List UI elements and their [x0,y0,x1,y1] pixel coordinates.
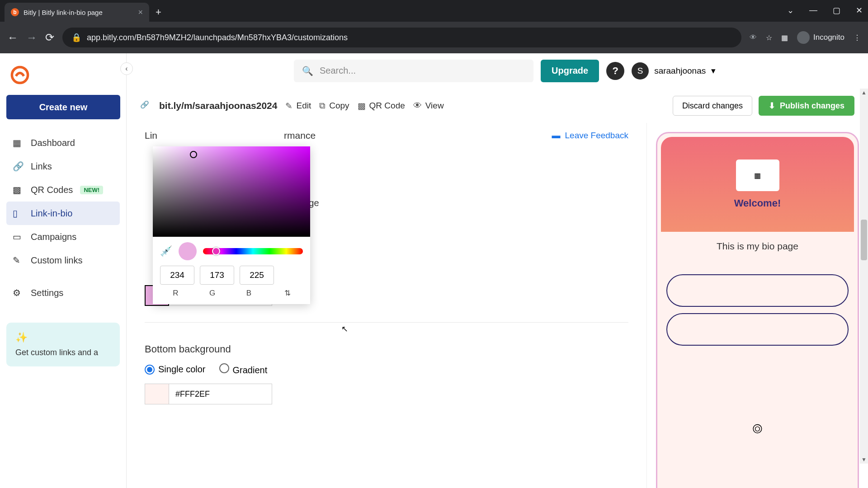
qr-icon: ▩ [358,101,366,111]
saturation-area[interactable] [153,146,310,237]
sidebar-item-customlinks[interactable]: ✎ Custom links [6,249,120,272]
preview-welcome: Welcome! [734,197,781,209]
b-input[interactable] [240,266,274,285]
help-button[interactable]: ? [606,62,624,80]
sidebar-item-dashboard[interactable]: ▦ Dashboard [6,131,120,155]
maximize-icon[interactable]: ▢ [833,5,840,15]
preview-link-pill [666,274,849,307]
preview-card: ▦ Welcome! This is my bio page ⌾ [656,132,859,488]
scroll-down-icon[interactable]: ▼ [861,456,867,463]
chevron-down-icon: ▾ [711,66,716,76]
qr-link-button[interactable]: ▩QR Code [358,101,405,111]
discard-button[interactable]: Discard changes [673,96,752,116]
publish-button[interactable]: ⬇ Publish changes [759,96,854,116]
sidebar-item-links[interactable]: 🔗 Links [6,155,120,178]
address-bar[interactable]: 🔒 app.bitly.com/Bn587h9MZH2/launchpads/M… [62,28,741,47]
mouse-cursor: ↖ [341,324,348,334]
forward-button: → [26,31,37,44]
current-color-swatch [179,242,197,260]
sidebar-item-campaigns[interactable]: ▭ Campaigns [6,225,120,249]
g-label: G [197,289,228,298]
bookmark-star-icon[interactable]: ☆ [766,33,772,42]
bottom-bg-title: Bottom background [145,343,628,355]
customlinks-icon: ✎ [13,255,24,266]
preview-pane: ▦ Welcome! This is my bio page ⌾ [646,123,868,488]
upgrade-button[interactable]: Upgrade [541,60,599,82]
search-input[interactable]: 🔍 Search... [294,60,533,82]
preview-hero-image: ▦ [736,160,779,191]
incognito-badge: Incognito [797,31,844,44]
browser-tab[interactable]: b Bitly | Bitly link-in-bio page × [5,3,149,22]
scrollbar[interactable]: ▲ ▼ [860,89,868,464]
copy-link-button[interactable]: ⧉Copy [319,101,349,111]
copy-icon: ⧉ [319,101,326,111]
eyedropper-icon[interactable]: 💉 [160,245,172,257]
sidebar-item-settings[interactable]: ⚙ Settings [6,281,120,305]
new-tab-button[interactable]: + [156,6,161,18]
image-label: Image [294,198,628,208]
campaigns-icon: ▭ [13,231,24,242]
close-tab-icon[interactable]: × [138,8,143,17]
sidebar: Create new ▦ Dashboard 🔗 Links ▩ QR Code… [0,53,127,488]
radio-single-color[interactable]: Single color [145,364,206,375]
bitly-logo[interactable] [10,65,30,85]
r-input[interactable] [160,266,194,285]
create-new-button[interactable]: Create new [6,95,120,119]
reload-button[interactable]: ⟳ [45,31,54,44]
scroll-up-icon[interactable]: ▲ [861,89,867,96]
color-mode-toggle[interactable]: ⇅ [272,288,303,298]
eye-icon: 👁 [413,101,422,111]
leave-feedback-button[interactable]: ▬ Leave Feedback [552,131,629,141]
lock-icon: 🔒 [71,33,81,42]
chevrons-down-icon[interactable]: ⌄ [787,5,794,15]
edit-link-button[interactable]: ✎Edit [285,101,311,111]
download-icon: ⬇ [769,101,775,111]
chat-icon: ▬ [552,131,561,141]
sparkle-icon: ✨ [15,332,111,343]
divider [145,322,628,323]
tab-performance[interactable]: rmance [284,130,316,141]
sidebar-item-linkinbio[interactable]: ▯ Link-in-bio [6,202,120,225]
avatar: S [632,62,649,80]
bio-icon: ▯ [13,208,24,219]
qr-icon: ▩ [13,184,24,195]
sidebar-item-qrcodes[interactable]: ▩ QR Codes NEW! [6,178,120,202]
promo-card: ✨ Get custom links and a [6,323,120,366]
extensions-icon[interactable]: ▦ [781,33,788,42]
tab-links[interactable]: Lin [145,130,157,141]
radio-gradient[interactable]: Gradient [219,363,268,375]
dashboard-icon: ▦ [13,137,24,148]
back-button[interactable]: ← [7,31,18,44]
incognito-icon [797,31,810,44]
bottom-hex-input[interactable] [169,384,272,404]
g-input[interactable] [200,266,234,285]
user-menu[interactable]: S saraahjoonas ▾ [632,62,716,80]
gear-icon: ⚙ [13,287,24,298]
bottom-color-swatch[interactable] [145,384,169,404]
preview-bio-text: This is my bio page [657,241,858,252]
eye-off-icon[interactable]: 👁 [750,33,757,42]
new-badge: NEW! [80,186,103,194]
url-text: app.bitly.com/Bn587h9MZH2/launchpads/Mn5… [87,33,348,42]
favicon-icon: b [11,8,19,16]
preview-link-pill [666,313,849,346]
view-link-button[interactable]: 👁View [413,101,444,111]
minimize-icon[interactable]: — [809,5,817,15]
browser-chrome: b Bitly | Bitly link-in-bio page × + ⌄ —… [0,0,868,53]
kebab-menu-icon[interactable]: ⋮ [854,33,861,42]
svg-point-0 [12,67,28,83]
color-picker-popover: 💉 R G [153,146,310,304]
bio-url: bit.ly/m/saraahjoonas2024 [159,100,277,111]
instagram-icon: ⌾ [657,418,858,437]
search-icon: 🔍 [302,66,313,76]
hue-thumb[interactable] [212,247,220,255]
link-icon: 🔗 [13,161,24,172]
preview-hero: ▦ Welcome! [661,137,854,232]
scroll-thumb[interactable] [861,220,867,260]
r-label: R [160,289,191,298]
close-window-icon[interactable]: ✕ [856,5,863,15]
hue-slider[interactable] [203,248,303,254]
pencil-icon: ✎ [285,101,292,111]
saturation-thumb[interactable] [190,151,197,158]
b-label: B [233,289,264,298]
